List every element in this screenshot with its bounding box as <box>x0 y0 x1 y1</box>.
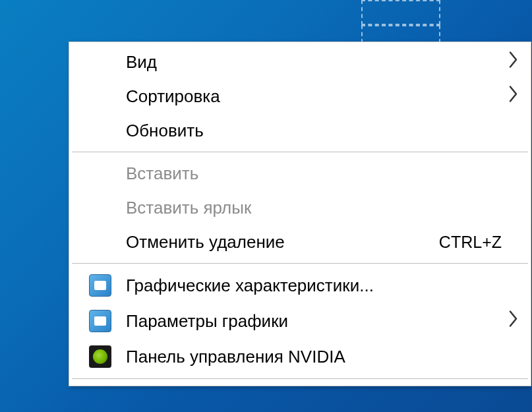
menu-item-label: Панель управления NVIDIA <box>121 347 517 367</box>
nvidia-icon <box>89 345 121 368</box>
menu-item-sort[interactable]: Сортировка <box>69 79 531 113</box>
menu-item-paste-shortcut: Вставить ярлык <box>69 191 531 225</box>
chevron-right-icon <box>508 310 519 332</box>
menu-separator <box>72 263 528 264</box>
menu-item-label: Отменить удаление <box>121 232 439 252</box>
menu-separator <box>72 152 528 152</box>
desktop-icon-selection[interactable] <box>361 0 440 25</box>
menu-item-paste: Вставить <box>69 156 531 191</box>
menu-item-nvidia-panel[interactable]: Панель управления NVIDIA <box>69 339 531 374</box>
menu-item-label: Параметры графики <box>121 311 517 332</box>
menu-item-label: Вставить <box>121 163 517 184</box>
intel-graphics-icon <box>89 274 121 297</box>
menu-item-undo-delete[interactable]: Отменить удаление CTRL+Z <box>69 225 531 259</box>
menu-item-label: Обновить <box>121 121 517 141</box>
chevron-right-icon <box>508 51 519 73</box>
menu-item-label: Графические характеристики... <box>121 276 517 296</box>
menu-item-view[interactable]: Вид <box>69 45 531 79</box>
menu-item-graphics-properties[interactable]: Графические характеристики... <box>69 268 531 303</box>
menu-item-label: Вид <box>121 52 517 73</box>
menu-item-refresh[interactable]: Обновить <box>69 113 531 148</box>
intel-graphics-icon <box>89 310 121 332</box>
menu-separator <box>72 378 528 379</box>
desktop-context-menu: Вид Сортировка Обновить Вставить Вставит… <box>69 42 531 386</box>
menu-item-label: Вставить ярлык <box>121 198 517 218</box>
menu-item-graphics-params[interactable]: Параметры графики <box>69 303 531 339</box>
menu-item-label: Сортировка <box>121 86 517 107</box>
menu-item-shortcut: CTRL+Z <box>439 233 517 252</box>
chevron-right-icon <box>508 86 519 107</box>
